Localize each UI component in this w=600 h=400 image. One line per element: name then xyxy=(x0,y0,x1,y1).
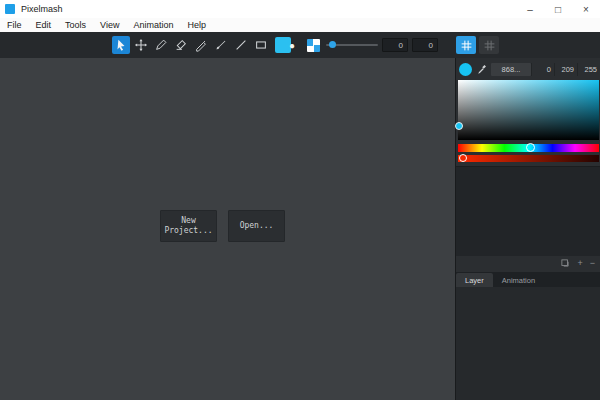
tool-cluster xyxy=(112,36,291,54)
right-panel: 868... 0 209 255 + − Layer xyxy=(455,58,600,400)
brush-shape-circle-button[interactable]: ● xyxy=(283,36,301,54)
alpha-slider[interactable] xyxy=(458,155,599,162)
brush-tool-button[interactable] xyxy=(212,36,230,54)
menu-help[interactable]: Help xyxy=(180,18,213,32)
minimize-button[interactable]: – xyxy=(516,0,544,18)
layer-actions-row: + − xyxy=(456,256,600,270)
new-project-label-line1: New xyxy=(181,216,195,226)
window-title: Pixelmash xyxy=(21,4,63,14)
brush-size-slider[interactable] xyxy=(326,36,378,54)
close-button[interactable]: × xyxy=(572,0,600,18)
panel-tab-bar: Layer Animation xyxy=(456,272,600,287)
move-icon xyxy=(134,38,148,52)
maximize-button[interactable]: □ xyxy=(544,0,572,18)
pencil-icon xyxy=(154,38,168,52)
duplicate-layer-icon[interactable] xyxy=(560,258,570,268)
toolbar: ● 0 0 xyxy=(0,32,600,58)
grid-off-icon xyxy=(483,39,496,52)
eyedropper-icon[interactable] xyxy=(475,63,489,76)
view-toggle-cluster xyxy=(456,36,499,54)
move-tool-button[interactable] xyxy=(132,36,150,54)
current-color-circle[interactable] xyxy=(459,63,472,76)
pointer-tool-button[interactable] xyxy=(112,36,130,54)
remove-layer-icon[interactable]: − xyxy=(590,256,595,270)
menu-bar: File Edit Tools View Animation Help xyxy=(0,18,600,32)
pointer-icon xyxy=(114,38,128,52)
app-logo-icon xyxy=(5,4,15,14)
pen-tool-button[interactable] xyxy=(192,36,210,54)
hex-color-field[interactable]: 868... xyxy=(491,63,531,76)
rectangle-tool-button[interactable] xyxy=(252,36,270,54)
eraser-icon xyxy=(174,38,188,52)
grid-view-button[interactable] xyxy=(456,36,476,54)
menu-tools[interactable]: Tools xyxy=(58,18,93,32)
y-value-input[interactable]: 0 xyxy=(412,38,438,52)
slider-thumb[interactable] xyxy=(329,41,336,48)
tool-options-cluster: ● 0 0 xyxy=(283,36,438,54)
alpha-slider-marker[interactable] xyxy=(459,154,467,162)
tab-layer[interactable]: Layer xyxy=(456,273,493,287)
title-bar: Pixelmash – □ × xyxy=(0,0,600,18)
new-project-label-line2: Project... xyxy=(164,226,212,236)
swatch-area xyxy=(456,166,600,256)
grid-off-button[interactable] xyxy=(479,36,499,54)
app-window: Pixelmash – □ × File Edit Tools View Ani… xyxy=(0,0,600,400)
line-icon xyxy=(234,38,248,52)
add-layer-icon[interactable]: + xyxy=(577,256,582,270)
tab-animation[interactable]: Animation xyxy=(493,273,544,287)
window-controls: – □ × xyxy=(516,0,600,18)
blue-value-field[interactable]: 255 xyxy=(577,63,600,76)
layers-list-panel[interactable] xyxy=(456,287,600,400)
menu-animation[interactable]: Animation xyxy=(126,18,180,32)
x-value-input[interactable]: 0 xyxy=(382,38,408,52)
pencil-tool-button[interactable] xyxy=(152,36,170,54)
rectangle-icon xyxy=(254,38,268,52)
open-button[interactable]: Open... xyxy=(228,210,285,242)
green-value-field[interactable]: 209 xyxy=(554,63,577,76)
menu-file[interactable]: File xyxy=(0,18,29,32)
canvas-area[interactable]: New Project... Open... xyxy=(0,58,455,400)
transform-checker-icon[interactable] xyxy=(307,39,320,52)
eraser-tool-button[interactable] xyxy=(172,36,190,54)
sv-picker-marker[interactable] xyxy=(455,122,463,130)
line-tool-button[interactable] xyxy=(232,36,250,54)
open-label: Open... xyxy=(240,221,274,231)
grid-icon xyxy=(460,39,473,52)
brush-icon xyxy=(214,38,228,52)
menu-view[interactable]: View xyxy=(93,18,126,32)
color-value-row: 868... 0 209 255 xyxy=(456,62,600,76)
saturation-value-picker[interactable] xyxy=(458,80,599,140)
pen-icon xyxy=(194,38,208,52)
hue-slider[interactable] xyxy=(458,144,599,152)
new-project-button[interactable]: New Project... xyxy=(160,210,217,242)
menu-edit[interactable]: Edit xyxy=(29,18,59,32)
red-value-field[interactable]: 0 xyxy=(531,63,554,76)
hue-slider-marker[interactable] xyxy=(526,143,535,152)
